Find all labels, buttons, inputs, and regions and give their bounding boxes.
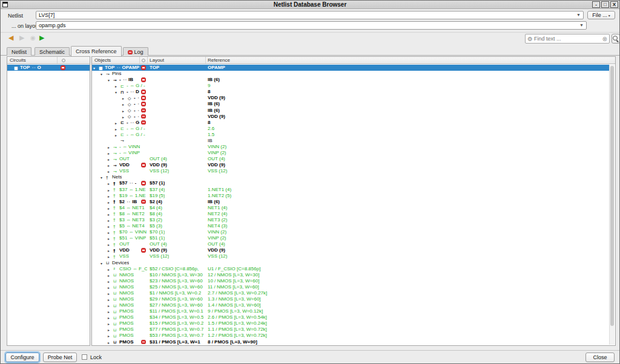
tree-row[interactable]: ▸⊔PMOS$77 / PMOS [L=3, W=0.71.1 / PMOS [… [92, 327, 609, 333]
tree-row[interactable]: ▸†$19 ⇔ 1.NE$19 (5)1.NET2 (5) [92, 193, 609, 199]
tree-row[interactable]: ▸◇- ⇔ !VDD (9) [92, 95, 609, 101]
row-label: - ⇔ G / - [127, 126, 145, 132]
clear-search-icon[interactable]: ⊗ [602, 36, 607, 42]
mos-icon: ⊔ [113, 303, 116, 309]
tree-row[interactable]: ▸⊔NMOS$10 / NMOS [L=3, W=3012 / NMOS [L=… [92, 272, 609, 278]
tab-log[interactable]: Log [123, 47, 148, 56]
tree-row[interactable]: ▸◇- ⇔ IVDD (9) [92, 114, 609, 120]
tree-row[interactable]: ▸†$3 ⇔ NET3$3 (2)NET3 (2) [92, 217, 609, 223]
tree-row[interactable]: ▸†OUTOUT (4)OUT (4) [92, 241, 609, 247]
forward-arrow-icon[interactable]: ▶ [19, 34, 24, 42]
row-label: PMOS [119, 320, 134, 327]
reload-icon[interactable]: ◉ [30, 34, 36, 42]
error-icon [141, 65, 146, 70]
probe-net-button[interactable]: Probe Net [43, 353, 77, 362]
tree-row[interactable]: ▸⊔NMOS$27 / NMOS [L=3, W=601.4 / NMOS [L… [92, 302, 609, 308]
minimize-button[interactable]: - [592, 1, 600, 8]
subpin-icon: ⊏ [120, 132, 124, 138]
net-icon: † [113, 236, 116, 242]
row-label: $70 ⇔ VINN [119, 229, 147, 235]
search-button[interactable] [612, 34, 620, 44]
tree-row[interactable]: ▸†$70 ⇔ VINN$70 (1)VINN (2) [92, 229, 609, 235]
tree-row[interactable]: ▸⊔PMOS$11 / PMOS [L=3, W=0.19 / PMOS [L=… [92, 308, 609, 314]
tree-row[interactable]: ▸†VDDVDD (9)VDD (9) [92, 247, 609, 253]
expander-icon[interactable]: ▸ [108, 340, 110, 345]
tree-row[interactable]: ▸⊔PMOS$34 / PMOS [L=3, W=0.52.6 / PMOS [… [92, 314, 609, 320]
tree-row[interactable]: ▾⊸- ⇔ IBIB (6) [92, 77, 609, 83]
tree-row[interactable]: ▸⊸OUTOUT (4)OUT (4) [92, 156, 609, 162]
tab-schematic[interactable]: Schematic [35, 47, 70, 56]
tree-row[interactable]: ▸◇- ⇔ IIB (6) [92, 101, 609, 107]
close-window-button[interactable]: X [610, 1, 618, 8]
tree-row[interactable]: ▸⊸- ⇔ VINPVINP (2) [92, 150, 609, 156]
scrollbar-thumb[interactable] [610, 66, 614, 326]
tree-row[interactable]: ▸†$57 ⇔ -$57 (1) [92, 180, 609, 186]
netlist-combobox[interactable]: LVS[7] ▼ [36, 11, 584, 19]
vertical-scrollbar[interactable] [609, 65, 615, 345]
back-arrow-icon[interactable]: ◀ [8, 34, 13, 42]
error-icon [141, 102, 146, 106]
chevron-down-icon: ▾ [608, 13, 610, 18]
tree-row[interactable]: ▾†Nets [92, 174, 609, 180]
tree-row[interactable]: ▸⊏- ⇔ G /8 [92, 120, 609, 126]
tree-row[interactable]: ▸⊔PMOS$15 / PMOS [L=3, W=0.21.5 / PMOS [… [92, 320, 609, 327]
net-icon: † [113, 242, 116, 248]
tree-row[interactable]: ▸⊸VSSVSS (12)VSS (12) [92, 168, 609, 174]
tree-row[interactable]: ▸◇- ⇔ IIB (6) [92, 108, 609, 114]
tree-row[interactable]: ▸†$5 ⇔ NET4$5 (3)NET4 (3) [92, 223, 609, 229]
tree-row[interactable]: ▸⊏- ⇔ G / -1.5 [92, 132, 609, 138]
device-icon: ⊔ [106, 260, 109, 266]
tree-row[interactable]: ▾⊸Pins [92, 71, 609, 77]
tree-row[interactable]: ▸♯CSIO ⇔ F_C$52 / CSIO [C=8.856p,U1 / F_… [92, 266, 609, 272]
tree-row[interactable]: ⊸IB [92, 138, 609, 144]
tree-row[interactable]: ▸†$4 ⇔ NET1$4 (4)NET1 (4) [92, 205, 609, 211]
tree-row[interactable]: ■TOP ⇔ O [7, 65, 90, 71]
layout-combobox[interactable]: opamp.gds ▼ [36, 21, 587, 30]
search-input[interactable] [534, 36, 602, 42]
tree-row[interactable]: ▸†VSSVSS (12)VSS (12) [92, 253, 609, 259]
layout-cell: $37 (4) [150, 187, 165, 193]
reference-cell: 1.4 / NMOS [L=3, W=60] [208, 302, 261, 308]
lock-checkbox[interactable] [82, 354, 87, 360]
mos-icon: ⊔ [113, 309, 116, 315]
maximize-button[interactable]: □ [601, 1, 609, 8]
tree-row[interactable]: ▸⊏- ⇔ G / -9 [92, 83, 609, 89]
layout-cell: OUT (4) [150, 156, 167, 162]
mos-icon: ⊔ [113, 321, 116, 327]
reference-cell: 1.1 / PMOS [L=3, W=0.72k] [208, 327, 267, 333]
layout-cell: $8 (4) [150, 211, 162, 217]
layout-cell: $11 / PMOS [L=3, W=0.1 [150, 308, 203, 314]
circuits-header[interactable]: Circuits [7, 57, 90, 64]
row-label: NMOS [119, 284, 134, 290]
reference-column-label: Reference [208, 57, 230, 63]
tree-row[interactable]: ▸⊔NMOS$1 / NMOS [L=3, W=0.22.7 / NMOS [L… [92, 290, 609, 296]
run-icon[interactable]: ▶ [39, 34, 44, 42]
tab-netlist[interactable]: Netlist [7, 47, 31, 56]
tree-row[interactable]: ▸⊏- ⇔ G / -2.6 [92, 126, 609, 132]
tree-row[interactable]: ▸⊔NMOS$25 / NMOS [L=3, W=6011 / NMOS [L=… [92, 284, 609, 290]
close-button[interactable]: Close [585, 353, 615, 362]
configure-button[interactable]: Configure [5, 353, 39, 362]
tree-row[interactable]: ▾■TOP ⇔ OPAMPTOPOPAMP [92, 65, 609, 71]
tree-row[interactable]: ▸⊔PMOS$53 / PMOS [L=3, W=0.71.2 / PMOS [… [92, 333, 609, 339]
tree-row[interactable]: ▸†$51 ⇔ VINP$51 (1)VINP (2) [92, 235, 609, 241]
tree-row[interactable]: ▾⊔Devices [92, 260, 609, 266]
tree-row[interactable]: ▾⊓- ⇔ D /8 [92, 89, 609, 95]
search-box[interactable]: ⚙ ⊗ [525, 34, 610, 44]
tree-row[interactable]: ▸⊸VDDVDD (9)VDD (9) [92, 162, 609, 168]
tree-row[interactable]: ▸⊔NMOS$23 / NMOS [L=3, W=6010 / NMOS [L=… [92, 278, 609, 284]
tree-row[interactable]: ▸†$8 ⇔ NET2$8 (4)NET2 (4) [92, 211, 609, 217]
net-icon: † [113, 230, 116, 236]
tree-row[interactable]: ▸†$37 ⇔ 1.NE$37 (4)1.NET1 (4) [92, 187, 609, 193]
reference-cell: NET3 (2) [208, 217, 227, 223]
reference-cell: IB [208, 138, 213, 144]
tab-cross-reference[interactable]: Cross Reference [71, 46, 122, 56]
objects-header[interactable]: Objects Layout Reference [92, 57, 615, 64]
error-icon [141, 200, 146, 204]
tree-row[interactable]: ▸⊔NMOS$29 / NMOS [L=3, W=601.3 / NMOS [L… [92, 296, 609, 302]
tree-row[interactable]: ▸⊸- ⇔ VINNVINN (2) [92, 144, 609, 150]
file-button[interactable]: File ... ▾ [587, 11, 615, 19]
tree-row[interactable]: ▸†$2 ⇔ IB$2 (4)IB (6) [92, 199, 609, 205]
tree-row[interactable]: ▸⊔PMOS$31 / PMOS [L=3, W=18 / PMOS [L=3,… [92, 339, 609, 345]
reference-cell: NET4 (3) [208, 223, 227, 229]
